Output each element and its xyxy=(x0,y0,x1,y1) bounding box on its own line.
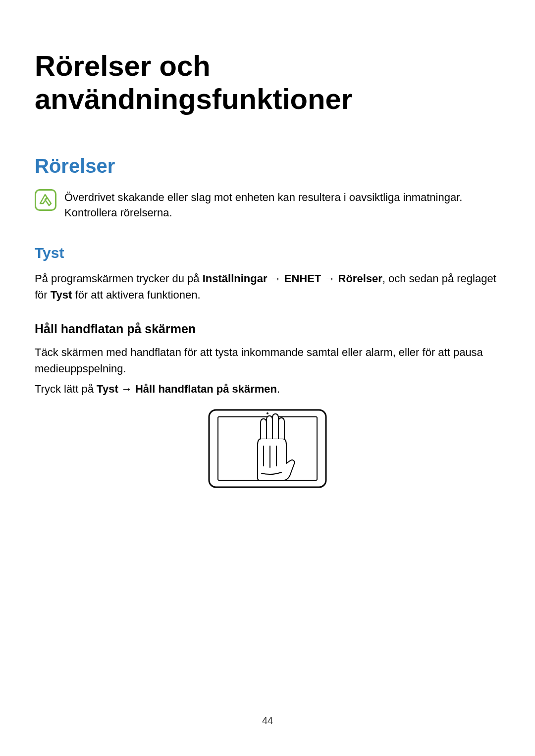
page-number: 44 xyxy=(0,715,535,726)
p3-post: . xyxy=(277,383,280,395)
note-icon xyxy=(35,189,56,211)
paragraph-2: Täck skärmen med handflatan för att tyst… xyxy=(35,344,500,377)
paragraph-1: På programskärmen trycker du på Inställn… xyxy=(35,270,500,303)
p3-b1: Tyst xyxy=(97,383,118,395)
sub-heading: Håll handflatan på skärmen xyxy=(35,322,500,336)
p1-b2: ENHET xyxy=(284,272,321,285)
p1-b4: Tyst xyxy=(51,289,72,301)
section-title: Rörelser xyxy=(35,155,500,177)
p1-arrow2: → xyxy=(321,272,338,285)
p1-post: för att aktivera funktionen. xyxy=(72,289,200,301)
paragraph-3: Tryck lätt på Tyst → Håll handflatan på … xyxy=(35,381,500,397)
page-content: Rörelser och användningsfunktioner Rörel… xyxy=(0,0,535,488)
palm-on-tablet-illustration xyxy=(208,409,327,488)
p1-b3: Rörelser xyxy=(338,272,382,285)
note-box: Överdrivet skakande eller slag mot enhet… xyxy=(35,189,500,221)
p1-arrow1: → xyxy=(268,272,284,285)
main-title: Rörelser och användningsfunktioner xyxy=(35,50,500,115)
p1-pre: På programskärmen trycker du på xyxy=(35,272,203,285)
p1-b1: Inställningar xyxy=(203,272,268,285)
note-text: Överdrivet skakande eller slag mot enhet… xyxy=(64,189,500,221)
p3-pre: Tryck lätt på xyxy=(35,383,97,395)
p3-b2: Håll handflatan på skärmen xyxy=(135,383,277,395)
subsection-title: Tyst xyxy=(35,245,500,261)
illustration-container xyxy=(35,409,500,488)
svg-point-2 xyxy=(267,412,268,414)
p3-arrow: → xyxy=(118,383,135,395)
